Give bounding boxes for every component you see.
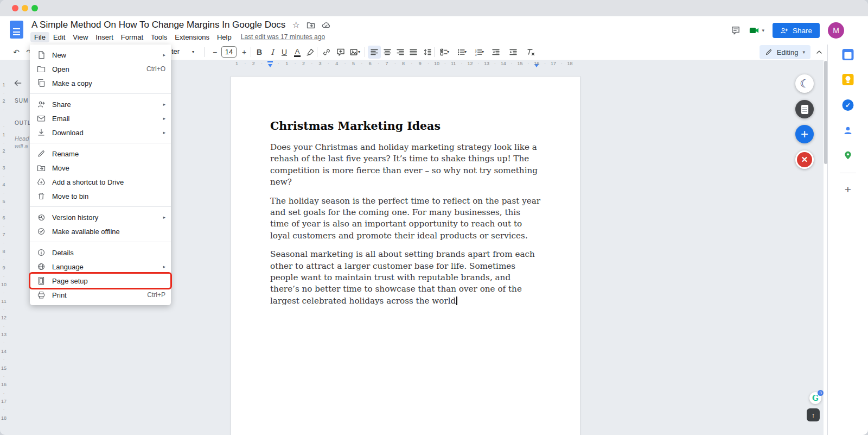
ruler-tick: · bbox=[427, 61, 429, 66]
menu-item-details[interactable]: Details bbox=[30, 245, 171, 260]
google-maps-icon[interactable] bbox=[842, 149, 854, 161]
menu-item-make-available-offline[interactable]: Make available offline bbox=[30, 224, 171, 238]
google-keep-icon[interactable] bbox=[843, 74, 854, 85]
justify-button[interactable] bbox=[407, 46, 420, 59]
font-family-dropdown-icon[interactable]: ▾ bbox=[192, 49, 194, 54]
get-add-ons-button[interactable]: + bbox=[842, 184, 854, 196]
bulleted-list-dropdown-icon[interactable]: ▾ bbox=[464, 49, 467, 54]
grammarly-button[interactable]: G 3 bbox=[809, 392, 821, 404]
maximize-window-button[interactable] bbox=[31, 5, 38, 11]
menu-item-language[interactable]: Language ▸ bbox=[30, 260, 171, 274]
page-setup-icon bbox=[37, 276, 46, 285]
menu-item-open[interactable]: Open Ctrl+O bbox=[30, 62, 171, 76]
mode-editing-button[interactable]: Editing ▾ bbox=[760, 45, 810, 59]
add-comment-button[interactable] bbox=[334, 46, 347, 59]
copy-icon bbox=[37, 79, 46, 87]
document-page[interactable]: Christmas Marketing Ideas Does your Chri… bbox=[231, 76, 580, 435]
align-left-button[interactable] bbox=[368, 46, 381, 59]
extension-close-button[interactable]: ✕ bbox=[795, 150, 814, 169]
insert-image-dropdown-icon[interactable]: ▾ bbox=[358, 49, 360, 54]
first-line-indent-marker[interactable] bbox=[267, 61, 273, 62]
checklist-dropdown-icon[interactable]: ▾ bbox=[447, 49, 449, 54]
star-icon[interactable]: ☆ bbox=[292, 21, 299, 29]
decrease-font-size-button[interactable]: − bbox=[208, 46, 221, 59]
open-comment-history-icon[interactable] bbox=[731, 26, 741, 35]
download-icon bbox=[37, 128, 46, 137]
minimize-window-button[interactable] bbox=[22, 5, 28, 11]
plus-icon: + bbox=[801, 127, 808, 142]
bold-button[interactable]: B bbox=[253, 46, 266, 59]
close-window-button[interactable] bbox=[12, 5, 18, 11]
cloud-saved-icon[interactable] bbox=[322, 21, 330, 29]
line-spacing-button[interactable] bbox=[421, 46, 434, 59]
menu-item-shortcut: Ctrl+O bbox=[146, 65, 165, 73]
menu-item-print[interactable]: Print Ctrl+P bbox=[30, 288, 171, 302]
extension-add-button[interactable]: + bbox=[795, 125, 814, 143]
join-call-button[interactable]: ▾ bbox=[749, 25, 764, 36]
menubar-tools[interactable]: Tools bbox=[147, 32, 171, 42]
ruler-tick: · bbox=[3, 141, 5, 146]
left-indent-marker[interactable] bbox=[268, 64, 272, 67]
menu-item-page-setup[interactable]: Page setup bbox=[30, 274, 171, 288]
decrease-indent-button[interactable] bbox=[489, 46, 502, 59]
text-color-icon: A bbox=[294, 48, 301, 57]
menu-item-download[interactable]: Download ▸ bbox=[30, 125, 171, 140]
insert-link-button[interactable] bbox=[320, 46, 333, 59]
menu-item-email[interactable]: Email ▸ bbox=[30, 111, 171, 125]
document-icon bbox=[801, 105, 808, 114]
hide-menus-button[interactable] bbox=[813, 46, 826, 59]
menu-item-label: Email bbox=[52, 115, 163, 123]
menubar-edit[interactable]: Edit bbox=[49, 32, 69, 42]
move-to-folder-icon[interactable] bbox=[307, 21, 315, 29]
account-avatar[interactable]: M bbox=[828, 22, 844, 39]
menu-item-new[interactable]: New ▸ bbox=[30, 48, 171, 62]
header: A Simple Method On How To Change Margins… bbox=[0, 16, 868, 45]
menu-item-move-to-bin[interactable]: Move to bin bbox=[30, 189, 171, 203]
menu-item-share[interactable]: Share ▸ bbox=[30, 97, 171, 111]
menu-item-label: Make a copy bbox=[52, 79, 165, 87]
extension-reader-button[interactable] bbox=[795, 100, 814, 118]
increase-indent-button[interactable] bbox=[507, 46, 520, 59]
bulb-icon bbox=[846, 76, 851, 81]
highlight-color-button[interactable] bbox=[304, 46, 317, 59]
font-family-select[interactable]: ter bbox=[171, 47, 180, 55]
ruler-number: 13 bbox=[1, 332, 7, 337]
ruler-number: 7 bbox=[2, 232, 5, 237]
ruler-tick: · bbox=[278, 61, 279, 66]
scroll-widget-button[interactable]: ↑ bbox=[807, 408, 820, 421]
font-size-input[interactable] bbox=[221, 46, 237, 58]
increase-font-size-button[interactable]: + bbox=[238, 46, 251, 59]
close-outline-panel-button[interactable] bbox=[13, 78, 23, 90]
italic-button[interactable]: I bbox=[266, 46, 279, 59]
undo-button[interactable]: ↶ bbox=[10, 46, 23, 59]
menu-item-rename[interactable]: Rename bbox=[30, 147, 171, 161]
align-center-button[interactable] bbox=[381, 46, 394, 59]
menu-item-version-history[interactable]: Version history ▸ bbox=[30, 210, 171, 224]
underline-button[interactable]: U bbox=[278, 46, 291, 59]
document-title[interactable]: A Simple Method On How To Change Margins… bbox=[31, 20, 285, 30]
menubar-extensions[interactable]: Extensions bbox=[171, 32, 213, 42]
ruler-number: 17 bbox=[1, 399, 7, 404]
ruler-tick: · bbox=[3, 241, 5, 245]
bulb-base bbox=[847, 81, 850, 83]
extension-dark-mode-button[interactable]: ☾ bbox=[795, 74, 814, 93]
menubar-help[interactable]: Help bbox=[213, 32, 235, 42]
google-tasks-icon[interactable]: ✓ bbox=[843, 99, 854, 111]
menubar-insert[interactable]: Insert bbox=[92, 32, 117, 42]
google-calendar-icon[interactable] bbox=[843, 49, 854, 60]
menubar-file[interactable]: File bbox=[30, 32, 49, 42]
menubar-format[interactable]: Format bbox=[117, 32, 147, 42]
align-right-button[interactable] bbox=[394, 46, 407, 59]
google-docs-logo-icon[interactable] bbox=[10, 21, 23, 39]
menu-item-make-a-copy[interactable]: Make a copy bbox=[30, 76, 171, 90]
menu-item-add-shortcut-to-drive[interactable]: Add a shortcut to Drive bbox=[30, 175, 171, 189]
menubar-view[interactable]: View bbox=[69, 32, 92, 42]
menu-item-move[interactable]: Move bbox=[30, 161, 171, 175]
share-button[interactable]: Share bbox=[773, 23, 820, 38]
text-color-button[interactable]: A bbox=[291, 46, 304, 59]
clear-formatting-button[interactable] bbox=[524, 46, 537, 59]
menu-divider bbox=[30, 242, 171, 242]
google-contacts-icon[interactable] bbox=[842, 124, 854, 136]
numbered-list-dropdown-icon[interactable]: ▾ bbox=[482, 49, 484, 54]
last-edit-link[interactable]: Last edit was 17 minutes ago bbox=[241, 33, 325, 41]
